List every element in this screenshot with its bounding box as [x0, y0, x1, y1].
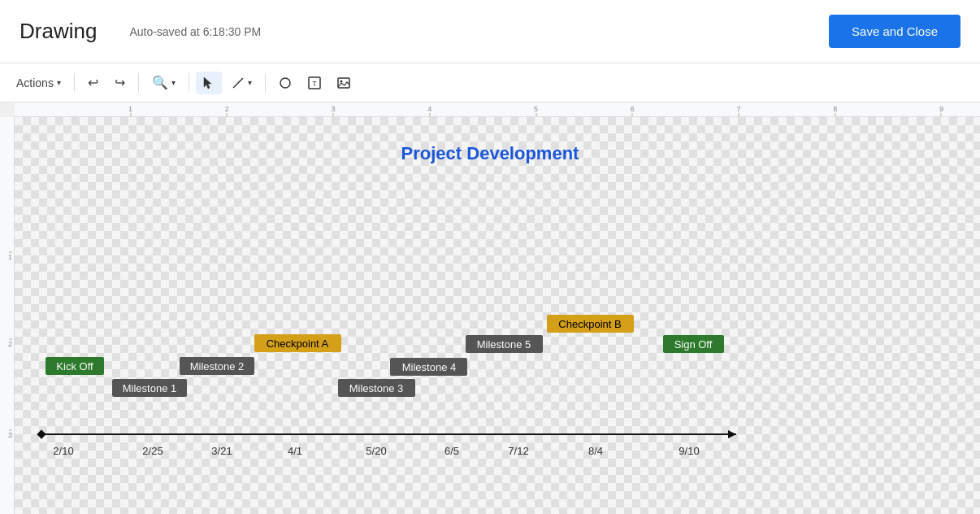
select-tool-button[interactable] [196, 72, 222, 94]
autosave-status: Auto-saved at 6:18:30 PM [129, 25, 261, 38]
ruler-left: 1 2 3 [0, 117, 15, 514]
svg-text:Sign Off: Sign Off [674, 338, 713, 351]
ruler-mark-9: 9 [939, 105, 943, 116]
svg-text:Checkpoint A: Checkpoint A [267, 338, 329, 350]
svg-marker-8 [728, 430, 736, 438]
svg-text:T: T [312, 80, 317, 88]
svg-text:Milestone 1: Milestone 1 [123, 382, 176, 394]
timeline-svg: 2/10 2/25 3/21 4/1 5/20 6/5 7/12 8/4 9/1… [15, 117, 980, 514]
svg-text:Milestone 4: Milestone 4 [402, 361, 456, 373]
ruler-mark-1: 1 [128, 105, 132, 116]
image-tool-button[interactable] [331, 72, 357, 94]
toolbar-separator-3 [189, 73, 189, 93]
ruler-left-mark-2: 2 [8, 339, 14, 348]
ruler-mark-6: 6 [631, 105, 635, 116]
toolbar-separator-1 [74, 73, 75, 93]
svg-text:2/10: 2/10 [53, 445, 73, 457]
svg-marker-0 [204, 77, 211, 89]
app-header: Drawing Auto-saved at 6:18:30 PM Save an… [0, 0, 980, 63]
svg-text:9/10: 9/10 [679, 445, 699, 457]
image-icon [337, 76, 350, 89]
drawing-toolbar: Actions ▾ ↩ ↪ 🔍 ▾ ▾ T [0, 63, 980, 102]
ruler-left-mark-3: 3 [8, 430, 14, 439]
text-icon: T [308, 76, 321, 89]
ruler-mark-8: 8 [833, 105, 837, 116]
redo-icon: ↪ [115, 76, 125, 89]
shape-tool-button[interactable] [272, 72, 298, 94]
zoom-icon: 🔍 [152, 76, 168, 89]
svg-text:Milestone 3: Milestone 3 [349, 382, 403, 394]
chevron-down-icon: ▾ [57, 78, 61, 87]
svg-text:3/21: 3/21 [211, 445, 232, 457]
shape-icon [279, 76, 292, 89]
ruler-left-mark-1: 1 [8, 251, 14, 260]
pointer-icon [202, 76, 215, 89]
ruler-mark-7: 7 [736, 105, 740, 116]
line-icon [232, 76, 245, 89]
undo-icon: ↩ [88, 76, 98, 89]
svg-line-1 [233, 78, 243, 88]
svg-text:Kick Off: Kick Off [56, 360, 93, 372]
zoom-button[interactable]: 🔍 ▾ [145, 72, 182, 94]
actions-menu-button[interactable]: Actions ▾ [10, 72, 67, 94]
svg-text:5/20: 5/20 [366, 445, 386, 457]
svg-text:Milestone 2: Milestone 2 [190, 360, 244, 372]
svg-text:Checkpoint B: Checkpoint B [558, 318, 621, 330]
toolbar-separator-4 [265, 73, 266, 93]
redo-button[interactable]: ↪ [108, 72, 132, 94]
app-title: Drawing [20, 19, 97, 44]
text-tool-button[interactable]: T [301, 72, 327, 94]
svg-text:Milestone 5: Milestone 5 [477, 338, 531, 351]
ruler-mark-5: 5 [534, 105, 538, 116]
svg-text:7/12: 7/12 [508, 445, 528, 457]
actions-label: Actions [16, 76, 54, 89]
ruler-mark-4: 4 [427, 105, 431, 116]
undo-button[interactable]: ↩ [81, 72, 105, 94]
line-chevron-icon: ▾ [248, 78, 252, 87]
svg-text:2/25: 2/25 [142, 445, 163, 457]
ruler-mark-3: 3 [332, 105, 336, 116]
zoom-chevron-icon: ▾ [171, 78, 176, 87]
svg-text:8/4: 8/4 [588, 445, 603, 457]
line-tool-button[interactable]: ▾ [225, 72, 258, 94]
ruler-top: 1 2 3 4 5 6 7 8 9 [15, 102, 980, 117]
svg-point-6 [340, 80, 342, 82]
ruler-mark-2: 2 [225, 105, 229, 116]
save-close-button[interactable]: Save and Close [829, 15, 960, 48]
svg-text:4/1: 4/1 [288, 445, 302, 457]
svg-point-2 [280, 78, 290, 88]
toolbar-separator-2 [138, 73, 139, 93]
svg-rect-10 [37, 429, 46, 438]
canvas-area[interactable]: 1 2 3 4 5 6 7 8 9 1 2 3 Project Developm… [0, 102, 980, 514]
svg-text:6/5: 6/5 [444, 445, 459, 457]
